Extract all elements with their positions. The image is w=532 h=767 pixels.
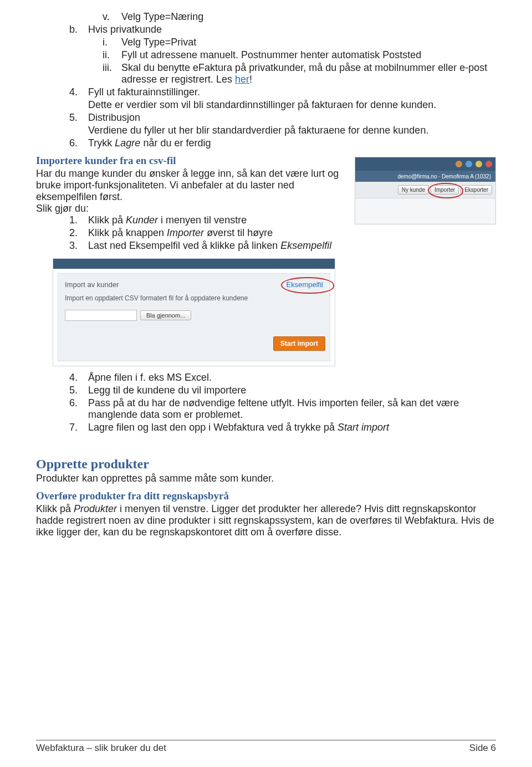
list-item: 2. Klikk på knappen Importer øverst til … (69, 227, 496, 239)
app-header (355, 157, 495, 171)
power-icon (485, 161, 492, 167)
list-item: v. Velg Type=Næring (103, 11, 496, 23)
list-text: Klikk på knappen Importer øverst til høy… (88, 227, 496, 239)
list-item: iii. Skal du benytte eFaktura på privatk… (103, 62, 496, 85)
list-text: Legg til de kundene du vil importere (88, 385, 496, 396)
list-item: 6. Pass på at du har de nødvendige felte… (69, 397, 496, 421)
list-text: Last ned Eksempelfil ved å klikke på lin… (88, 240, 496, 252)
list-item: 7. Lagre filen og last den opp i Webfakt… (69, 422, 496, 433)
page-footer: Webfaktura – slik bruker du det Side 6 (36, 740, 496, 754)
list-item: i. Velg Type=Privat (103, 37, 496, 48)
list-text: Distribusjon (88, 112, 496, 124)
list-marker: 7. (69, 422, 88, 433)
eksempelfil-link[interactable]: Eksempelfil (287, 280, 323, 289)
footer-title: Webfaktura – slik bruker du det (36, 743, 166, 754)
list-marker: 5. (69, 385, 88, 396)
list-item: 5. Distribusjon (69, 112, 496, 124)
list-item: b. Hvis privatkunde (69, 24, 496, 35)
section-import-csv: demo@firma.no · Demofirma A (1032) Ny ku… (36, 155, 496, 253)
list-marker: 3. (69, 240, 88, 252)
dialog-title: Import av kunder (65, 280, 119, 289)
list-item: 6. Trykk Lagre når du er ferdig (69, 137, 496, 149)
list-marker: v. (103, 11, 121, 23)
browse-button[interactable]: Bla gjennom... (140, 310, 191, 320)
list-continuation: Verdiene du fyller ut her blir standardv… (88, 125, 496, 136)
list-item: 4. Fyll ut fakturainnstillinger. (69, 86, 496, 98)
list-marker: 6. (69, 137, 88, 149)
gear-icon (475, 161, 482, 167)
footer-page: Side 6 (469, 743, 496, 754)
list-marker: ii. (103, 49, 121, 61)
list-text: Fyll ut fakturainnstillinger. (88, 86, 496, 98)
list-text: Skal du benytte eFaktura på privatkunder… (121, 62, 496, 85)
list-marker: 6. (69, 397, 88, 421)
list-text: Trykk Lagre når du er ferdig (88, 137, 496, 149)
list-item: 1. Klikk på Kunder i menyen til venstre (69, 214, 350, 226)
list-text: Fyll ut adressene manuelt. Postnummer he… (121, 49, 496, 61)
list-item: 4. Åpne filen i f. eks MS Excel. (69, 372, 496, 384)
list-text: Velg Type=Næring (121, 11, 496, 23)
account-label: demo@firma.no · Demofirma A (1032) (355, 171, 495, 182)
list-marker: iii. (103, 62, 121, 85)
heading-opprette-produkter: Opprette produkter (36, 457, 496, 472)
paragraph: Produkter kan opprettes på samme måte so… (36, 473, 496, 484)
link-her[interactable]: her (235, 74, 249, 85)
page-body: v. Velg Type=Næring b. Hvis privatkunde … (36, 0, 496, 538)
heading-overfore-produkter: Overføre produkter fra ditt regnskapsbyr… (36, 490, 496, 502)
dialog-description: Import en oppdatert CSV formatert fil fo… (65, 294, 323, 302)
list-marker: b. (69, 24, 88, 35)
list-item: 5. Legg til de kundene du vil importere (69, 385, 496, 396)
list-text: Klikk på Kunder i menyen til venstre (88, 214, 350, 226)
screenshot-toolbar: demo@firma.no · Demofirma A (1032) Ny ku… (355, 157, 496, 224)
list-text: Åpne filen i f. eks MS Excel. (88, 372, 496, 384)
importer-button[interactable]: Importer (431, 185, 459, 195)
list-marker: 1. (69, 214, 88, 226)
start-import-button[interactable]: Start import (273, 336, 325, 351)
list-marker: 5. (69, 112, 88, 124)
list-item: 3. Last ned Eksempelfil ved å klikke på … (69, 240, 496, 252)
list-text: Hvis privatkunde (88, 24, 496, 35)
file-path-input[interactable] (65, 310, 137, 321)
list-marker: 4. (69, 372, 88, 384)
list-continuation: Dette er verdier som vil bli standardinn… (88, 99, 496, 111)
list-item: ii. Fyll ut adressene manuelt. Postnumme… (103, 49, 496, 61)
list-text: Lagre filen og last den opp i Webfaktura… (88, 422, 496, 433)
list-marker: 2. (69, 227, 88, 239)
home-icon (456, 161, 462, 167)
list-marker: i. (103, 37, 121, 48)
screenshot-import-dialog: Import av kunder Eksempelfil Import en o… (53, 258, 335, 366)
help-icon (466, 161, 472, 167)
list-text: Velg Type=Privat (121, 37, 496, 48)
eksporter-button[interactable]: Eksporter (461, 185, 492, 195)
list-text: Pass på at du har de nødvendige feltene … (88, 397, 496, 421)
list-marker: 4. (69, 86, 88, 98)
paragraph: Klikk på Produkter i menyen til venstre.… (36, 503, 496, 538)
ny-kunde-button[interactable]: Ny kunde (398, 185, 429, 195)
